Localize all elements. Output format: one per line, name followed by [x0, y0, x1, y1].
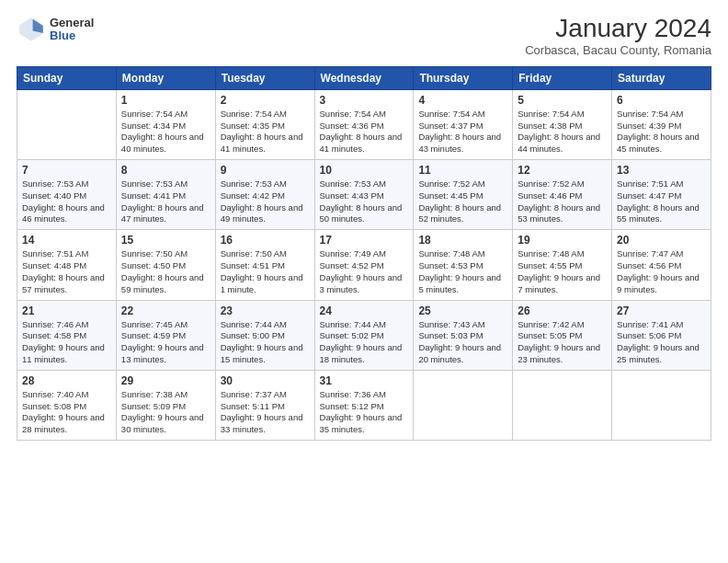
cell-1-6: 13Sunrise: 7:51 AM Sunset: 4:47 PM Dayli… — [612, 160, 711, 230]
cell-date-number: 31 — [320, 374, 409, 387]
subtitle: Corbasca, Bacau County, Romania — [525, 43, 711, 57]
cell-0-0 — [17, 89, 117, 159]
cell-info: Sunrise: 7:54 AM Sunset: 4:39 PM Dayligh… — [617, 109, 706, 155]
logo-general-label: General — [50, 17, 94, 29]
cell-date-number: 27 — [617, 304, 706, 317]
logo: General Blue — [17, 15, 94, 44]
week-row-3: 21Sunrise: 7:46 AM Sunset: 4:58 PM Dayli… — [17, 300, 711, 370]
cell-1-0: 7Sunrise: 7:53 AM Sunset: 4:40 PM Daylig… — [17, 160, 117, 230]
cell-date-number: 16 — [221, 234, 310, 247]
cell-4-5 — [513, 370, 612, 440]
cell-info: Sunrise: 7:54 AM Sunset: 4:37 PM Dayligh… — [418, 109, 507, 155]
cell-0-5: 5Sunrise: 7:54 AM Sunset: 4:38 PM Daylig… — [513, 89, 612, 159]
col-monday: Monday — [116, 66, 215, 89]
main-title: January 2024 — [525, 15, 711, 43]
cell-info: Sunrise: 7:52 AM Sunset: 4:46 PM Dayligh… — [518, 178, 607, 225]
cell-date-number: 23 — [221, 304, 310, 317]
cell-1-5: 12Sunrise: 7:52 AM Sunset: 4:46 PM Dayli… — [513, 160, 612, 230]
cell-info: Sunrise: 7:50 AM Sunset: 4:51 PM Dayligh… — [221, 248, 310, 295]
cell-date-number: 4 — [418, 94, 507, 107]
cell-date-number: 30 — [221, 374, 310, 387]
cell-info: Sunrise: 7:54 AM Sunset: 4:36 PM Dayligh… — [320, 109, 409, 155]
cell-3-0: 21Sunrise: 7:46 AM Sunset: 4:58 PM Dayli… — [17, 300, 117, 370]
cell-3-4: 25Sunrise: 7:43 AM Sunset: 5:03 PM Dayli… — [414, 300, 513, 370]
cell-2-6: 20Sunrise: 7:47 AM Sunset: 4:56 PM Dayli… — [612, 230, 711, 300]
cell-2-1: 15Sunrise: 7:50 AM Sunset: 4:50 PM Dayli… — [116, 230, 215, 300]
cell-0-4: 4Sunrise: 7:54 AM Sunset: 4:37 PM Daylig… — [414, 89, 513, 159]
cell-date-number: 18 — [418, 234, 507, 247]
cell-date-number: 15 — [121, 234, 210, 247]
col-sunday: Sunday — [17, 66, 117, 89]
calendar-header-row: Sunday Monday Tuesday Wednesday Thursday… — [17, 66, 711, 89]
cell-info: Sunrise: 7:40 AM Sunset: 5:08 PM Dayligh… — [22, 389, 111, 436]
cell-info: Sunrise: 7:51 AM Sunset: 4:47 PM Dayligh… — [617, 178, 706, 225]
cell-date-number: 19 — [518, 234, 607, 247]
cell-info: Sunrise: 7:49 AM Sunset: 4:52 PM Dayligh… — [320, 248, 409, 295]
week-row-0: 1Sunrise: 7:54 AM Sunset: 4:34 PM Daylig… — [17, 89, 711, 159]
cell-date-number: 20 — [617, 234, 706, 247]
cell-date-number: 5 — [518, 94, 607, 107]
cell-4-2: 30Sunrise: 7:37 AM Sunset: 5:11 PM Dayli… — [215, 370, 314, 440]
cell-date-number: 9 — [221, 164, 310, 177]
cell-date-number: 3 — [320, 94, 409, 107]
cell-4-4 — [414, 370, 513, 440]
cell-info: Sunrise: 7:47 AM Sunset: 4:56 PM Dayligh… — [617, 248, 706, 295]
cell-1-1: 8Sunrise: 7:53 AM Sunset: 4:41 PM Daylig… — [116, 160, 215, 230]
logo-icon — [17, 15, 46, 44]
cell-1-3: 10Sunrise: 7:53 AM Sunset: 4:43 PM Dayli… — [314, 160, 414, 230]
cell-2-5: 19Sunrise: 7:48 AM Sunset: 4:55 PM Dayli… — [513, 230, 612, 300]
logo-blue-label: Blue — [50, 29, 94, 42]
cell-date-number: 13 — [617, 164, 706, 177]
cell-date-number: 29 — [121, 374, 210, 387]
logo-text: General Blue — [50, 17, 94, 43]
header: General Blue January 2024 Corbasca, Baca… — [17, 15, 711, 57]
cell-info: Sunrise: 7:44 AM Sunset: 5:02 PM Dayligh… — [320, 319, 409, 366]
cell-4-0: 28Sunrise: 7:40 AM Sunset: 5:08 PM Dayli… — [17, 370, 117, 440]
cell-1-4: 11Sunrise: 7:52 AM Sunset: 4:45 PM Dayli… — [414, 160, 513, 230]
cell-date-number: 28 — [22, 374, 111, 387]
cell-info: Sunrise: 7:54 AM Sunset: 4:35 PM Dayligh… — [221, 109, 310, 155]
cell-2-0: 14Sunrise: 7:51 AM Sunset: 4:48 PM Dayli… — [17, 230, 117, 300]
cell-4-3: 31Sunrise: 7:36 AM Sunset: 5:12 PM Dayli… — [314, 370, 414, 440]
cell-info: Sunrise: 7:37 AM Sunset: 5:11 PM Dayligh… — [221, 389, 310, 436]
cell-info: Sunrise: 7:51 AM Sunset: 4:48 PM Dayligh… — [22, 248, 111, 295]
cell-0-1: 1Sunrise: 7:54 AM Sunset: 4:34 PM Daylig… — [116, 89, 215, 159]
cell-4-1: 29Sunrise: 7:38 AM Sunset: 5:09 PM Dayli… — [116, 370, 215, 440]
week-row-2: 14Sunrise: 7:51 AM Sunset: 4:48 PM Dayli… — [17, 230, 711, 300]
cell-date-number: 25 — [418, 304, 507, 317]
cell-date-number: 26 — [518, 304, 607, 317]
cell-info: Sunrise: 7:48 AM Sunset: 4:55 PM Dayligh… — [518, 248, 607, 295]
col-friday: Friday — [513, 66, 612, 89]
cell-info: Sunrise: 7:53 AM Sunset: 4:40 PM Dayligh… — [22, 178, 111, 225]
col-wednesday: Wednesday — [314, 66, 414, 89]
week-row-4: 28Sunrise: 7:40 AM Sunset: 5:08 PM Dayli… — [17, 370, 711, 440]
cell-info: Sunrise: 7:42 AM Sunset: 5:05 PM Dayligh… — [518, 319, 607, 366]
cell-info: Sunrise: 7:45 AM Sunset: 4:59 PM Dayligh… — [121, 319, 210, 366]
cell-date-number: 24 — [320, 304, 409, 317]
cell-date-number: 17 — [320, 234, 409, 247]
cell-info: Sunrise: 7:53 AM Sunset: 4:42 PM Dayligh… — [221, 178, 310, 225]
cell-info: Sunrise: 7:54 AM Sunset: 4:34 PM Dayligh… — [121, 109, 210, 155]
cell-date-number: 10 — [320, 164, 409, 177]
cell-date-number: 6 — [617, 94, 706, 107]
col-thursday: Thursday — [414, 66, 513, 89]
cell-info: Sunrise: 7:41 AM Sunset: 5:06 PM Dayligh… — [617, 319, 706, 366]
calendar-table: Sunday Monday Tuesday Wednesday Thursday… — [17, 66, 711, 441]
page: General Blue January 2024 Corbasca, Baca… — [0, 0, 728, 563]
cell-date-number: 12 — [518, 164, 607, 177]
cell-date-number: 1 — [121, 94, 210, 107]
cell-date-number: 2 — [221, 94, 310, 107]
cell-date-number: 22 — [121, 304, 210, 317]
cell-0-6: 6Sunrise: 7:54 AM Sunset: 4:39 PM Daylig… — [612, 89, 711, 159]
cell-3-5: 26Sunrise: 7:42 AM Sunset: 5:05 PM Dayli… — [513, 300, 612, 370]
cell-info: Sunrise: 7:44 AM Sunset: 5:00 PM Dayligh… — [221, 319, 310, 366]
cell-info: Sunrise: 7:48 AM Sunset: 4:53 PM Dayligh… — [418, 248, 507, 295]
cell-0-3: 3Sunrise: 7:54 AM Sunset: 4:36 PM Daylig… — [314, 89, 414, 159]
cell-info: Sunrise: 7:46 AM Sunset: 4:58 PM Dayligh… — [22, 319, 111, 366]
cell-2-4: 18Sunrise: 7:48 AM Sunset: 4:53 PM Dayli… — [414, 230, 513, 300]
cell-date-number: 21 — [22, 304, 111, 317]
col-saturday: Saturday — [612, 66, 711, 89]
cell-info: Sunrise: 7:53 AM Sunset: 4:41 PM Dayligh… — [121, 178, 210, 225]
cell-info: Sunrise: 7:52 AM Sunset: 4:45 PM Dayligh… — [418, 178, 507, 225]
svg-marker-1 — [33, 19, 43, 33]
